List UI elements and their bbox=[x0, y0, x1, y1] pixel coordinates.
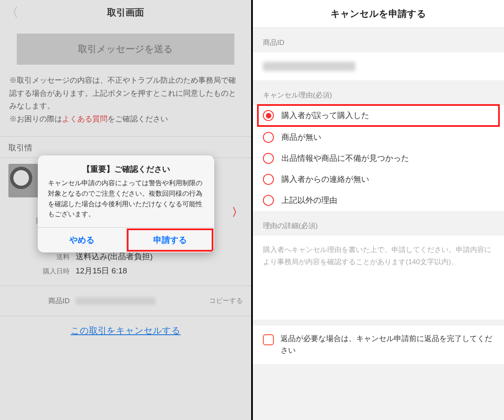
dialog-actions: やめる 申請する bbox=[38, 227, 214, 252]
checkbox-icon bbox=[263, 334, 274, 345]
send-message-button[interactable]: 取引メッセージを送る bbox=[17, 34, 234, 65]
radio-icon bbox=[263, 153, 274, 164]
cancel-transaction-link[interactable]: この取引をキャンセルする bbox=[0, 316, 251, 341]
chevron-right-icon: 〉 bbox=[232, 205, 243, 220]
dialog-confirm-button[interactable]: 申請する bbox=[126, 228, 215, 252]
reason-label: 購入者が誤って購入した bbox=[281, 110, 369, 121]
page-title: 取引画面 bbox=[107, 6, 144, 19]
radio-icon bbox=[263, 195, 274, 206]
item-id-value-blurred bbox=[263, 62, 355, 71]
shipping-value: 送料込み(出品者負担) bbox=[76, 251, 153, 262]
purchased-label: 購入日時 bbox=[8, 267, 76, 276]
notice-line-1: ※取引メッセージの内容は、不正やトラブル防止のため事務局で確認する場合があります… bbox=[9, 74, 242, 113]
reason-option-2[interactable]: 出品情報や商品に不備が見つかった bbox=[253, 148, 504, 169]
item-id-value-blurred bbox=[76, 297, 155, 305]
right-title: キャンセルを申請する bbox=[253, 0, 504, 28]
reason-option-0[interactable]: 購入者が誤って購入した bbox=[258, 105, 499, 126]
item-id-label: 商品ID bbox=[8, 296, 76, 306]
purchased-row: 購入日時 12月15日 6:18 bbox=[8, 264, 243, 278]
reason-label: 出品情報や商品に不備が見つかった bbox=[281, 153, 409, 164]
return-required-checkbox-row[interactable]: 返品が必要な場合は、キャンセル申請前に返品を完了してください bbox=[253, 326, 504, 364]
confirm-dialog: 【重要】ご確認ください キャンセル申請の内容によっては警告や利用制限の対象となる… bbox=[38, 155, 214, 252]
reason-section-label: キャンセル理由(必須) bbox=[253, 80, 504, 105]
dialog-cancel-button[interactable]: やめる bbox=[38, 228, 126, 252]
dialog-title: 【重要】ご確認ください bbox=[38, 155, 214, 178]
radio-icon bbox=[263, 174, 274, 185]
item-id-section-label: 商品ID bbox=[253, 28, 504, 52]
transaction-screen: 〈 取引画面 取引メッセージを送る ※取引メッセージの内容は、不正やトラブル防止… bbox=[0, 0, 251, 420]
radio-icon bbox=[263, 110, 274, 121]
detail-section-label: 理由の詳細(必須) bbox=[253, 211, 504, 236]
checkbox-label: 返品が必要な場合は、キャンセル申請前に返品を完了してください bbox=[281, 333, 494, 357]
notice-line-2: ※お困りの際はよくある質問をご確認ください bbox=[9, 113, 242, 126]
faq-link[interactable]: よくある質問 bbox=[62, 115, 108, 123]
reason-label: 上記以外の理由 bbox=[281, 195, 337, 206]
reason-option-1[interactable]: 商品が無い bbox=[253, 127, 504, 148]
copy-button[interactable]: コピーする bbox=[209, 297, 243, 305]
cancel-request-screen: キャンセルを申請する 商品ID キャンセル理由(必須) 購入者が誤って購入した … bbox=[251, 0, 504, 420]
left-header: 〈 取引画面 bbox=[0, 0, 251, 25]
item-id-row: 商品ID コピーする bbox=[0, 286, 251, 316]
dialog-body: キャンセル申請の内容によっては警告や利用制限の対象となるのでご注意ください。複数… bbox=[38, 178, 214, 227]
shipping-label: 送料 bbox=[8, 253, 76, 262]
radio-icon bbox=[263, 132, 274, 143]
reason-option-3[interactable]: 購入者からの連絡が無い bbox=[253, 169, 504, 190]
item-thumbnail bbox=[8, 164, 42, 197]
reason-radio-group: 購入者が誤って購入した 商品が無い 出品情報や商品に不備が見つかった 購入者から… bbox=[253, 105, 504, 211]
notice-text: ※取引メッセージの内容は、不正やトラブル防止のため事務局で確認する場合があります… bbox=[0, 74, 251, 125]
purchased-value: 12月15日 6:18 bbox=[76, 265, 127, 276]
reason-option-4[interactable]: 上記以外の理由 bbox=[253, 190, 504, 211]
item-id-field bbox=[253, 52, 504, 80]
reason-label: 購入者からの連絡が無い bbox=[281, 174, 369, 185]
transaction-info-header: 取引情 bbox=[0, 136, 251, 158]
reason-label: 商品が無い bbox=[281, 132, 321, 143]
back-chevron-icon[interactable]: 〈 bbox=[6, 4, 18, 21]
reason-detail-textarea[interactable]: 購入者へキャンセル理由を書いた上で、申請してください。申請内容により事務局が内容… bbox=[253, 236, 504, 320]
